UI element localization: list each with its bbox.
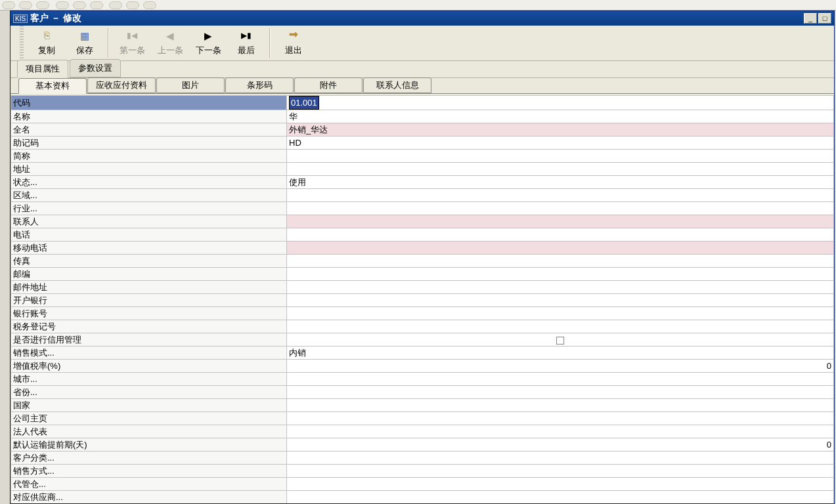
value-depot[interactable] bbox=[287, 478, 834, 491]
value-bankacct[interactable] bbox=[287, 307, 834, 320]
last-record-button[interactable]: 最后 bbox=[227, 26, 265, 60]
title-bar: KIS 客户 － 修改 _ □ bbox=[11, 11, 834, 26]
next-label: 下一条 bbox=[196, 45, 221, 56]
label-code: 代码 bbox=[11, 96, 287, 110]
label-salemode: 销售模式... bbox=[11, 346, 287, 360]
value-custclass[interactable] bbox=[287, 452, 834, 465]
customer-edit-window: KIS 客户 － 修改 _ □ 复制 保存 第一条 上一条 bbox=[10, 10, 835, 504]
row-supplier: 对应供应商... bbox=[11, 491, 834, 504]
credit-checkbox[interactable] bbox=[556, 337, 564, 345]
row-status: 状态... 使用 bbox=[11, 176, 834, 189]
grid-table: 代码 01.001 名称 华 全名 外销_华达 助记码 HD 简称 bbox=[11, 95, 834, 503]
maximize-button[interactable]: □ bbox=[818, 13, 831, 24]
value-country[interactable] bbox=[287, 399, 834, 412]
value-mnemonic[interactable]: HD bbox=[287, 136, 834, 150]
value-region[interactable] bbox=[287, 189, 834, 202]
value-code[interactable]: 01.001 bbox=[287, 96, 834, 110]
label-bankacct: 银行账号 bbox=[11, 307, 287, 320]
app-badge: KIS bbox=[13, 14, 28, 23]
tab-attach[interactable]: 附件 bbox=[294, 77, 363, 93]
tab-properties[interactable]: 项目属性 bbox=[17, 60, 68, 78]
label-phone: 电话 bbox=[11, 228, 287, 242]
row-shortname: 简称 bbox=[11, 150, 834, 163]
sub-tabs: 基本资料 应收应付资料 图片 条形码 附件 联系人信息 bbox=[11, 78, 834, 94]
row-bank: 开户银行 bbox=[11, 294, 834, 307]
label-credit: 是否进行信用管理 bbox=[11, 333, 287, 346]
row-leadtime: 默认运输提前期(天) 0 bbox=[11, 438, 834, 452]
value-vat[interactable]: 0 bbox=[287, 360, 834, 373]
row-name: 名称 华 bbox=[11, 110, 834, 123]
value-salemode[interactable]: 内销 bbox=[287, 346, 834, 360]
copy-button[interactable]: 复制 bbox=[28, 26, 66, 60]
property-grid[interactable]: 代码 01.001 名称 华 全名 外销_华达 助记码 HD 简称 bbox=[11, 95, 834, 503]
row-mobile: 移动电话 bbox=[11, 242, 834, 255]
value-homepage[interactable] bbox=[287, 412, 834, 425]
label-region: 区域... bbox=[11, 189, 287, 202]
label-legal: 法人代表 bbox=[11, 425, 287, 438]
value-contact[interactable] bbox=[287, 215, 834, 228]
row-fax: 传真 bbox=[11, 255, 834, 268]
value-fullname[interactable]: 外销_华达 bbox=[287, 123, 834, 136]
value-address[interactable] bbox=[287, 163, 834, 176]
row-industry: 行业... bbox=[11, 202, 834, 215]
value-shortname[interactable] bbox=[287, 150, 834, 163]
row-zip: 邮编 bbox=[11, 268, 834, 281]
label-leadtime: 默认运输提前期(天) bbox=[11, 438, 287, 452]
row-taxreg: 税务登记号 bbox=[11, 320, 834, 333]
first-record-button: 第一条 bbox=[113, 26, 151, 60]
row-custclass: 客户分类... bbox=[11, 452, 834, 465]
label-shortname: 简称 bbox=[11, 150, 287, 163]
minimize-button[interactable]: _ bbox=[804, 13, 817, 24]
exit-button[interactable]: 退出 bbox=[275, 26, 313, 60]
row-phone: 电话 bbox=[11, 228, 834, 242]
value-legal[interactable] bbox=[287, 425, 834, 438]
value-fax[interactable] bbox=[287, 255, 834, 268]
value-leadtime[interactable]: 0 bbox=[287, 438, 834, 452]
value-bank[interactable] bbox=[287, 294, 834, 307]
value-city[interactable] bbox=[287, 373, 834, 386]
row-province: 省份... bbox=[11, 386, 834, 399]
label-taxreg: 税务登记号 bbox=[11, 320, 287, 333]
tab-contacts[interactable]: 联系人信息 bbox=[363, 77, 431, 93]
prev-label: 上一条 bbox=[158, 45, 183, 56]
value-province[interactable] bbox=[287, 386, 834, 399]
copy-icon bbox=[41, 30, 53, 42]
value-status[interactable]: 使用 bbox=[287, 176, 834, 189]
save-icon bbox=[79, 30, 91, 42]
row-vat: 增值税率(%) 0 bbox=[11, 360, 834, 373]
value-supplier[interactable] bbox=[287, 491, 834, 504]
value-mobile[interactable] bbox=[287, 242, 834, 255]
value-industry[interactable] bbox=[287, 202, 834, 215]
label-bank: 开户银行 bbox=[11, 294, 287, 307]
tab-barcode[interactable]: 条形码 bbox=[225, 77, 294, 93]
value-email[interactable] bbox=[287, 281, 834, 294]
value-credit[interactable] bbox=[287, 333, 834, 346]
row-city: 城市... bbox=[11, 373, 834, 386]
tab-image[interactable]: 图片 bbox=[156, 77, 225, 93]
label-saleway: 销售方式... bbox=[11, 465, 287, 478]
row-bankacct: 银行账号 bbox=[11, 307, 834, 320]
app-root: KIS 客户 － 修改 _ □ 复制 保存 第一条 上一条 bbox=[0, 0, 836, 504]
next-icon bbox=[202, 30, 214, 42]
property-tabs: 项目属性 参数设置 bbox=[11, 61, 834, 78]
value-name[interactable]: 华 bbox=[287, 110, 834, 123]
first-icon bbox=[126, 30, 138, 42]
last-icon bbox=[240, 30, 252, 42]
tab-basic[interactable]: 基本资料 bbox=[18, 78, 87, 94]
value-zip[interactable] bbox=[287, 268, 834, 281]
save-label: 保存 bbox=[76, 45, 93, 56]
label-fax: 传真 bbox=[11, 255, 287, 268]
value-saleway[interactable] bbox=[287, 465, 834, 478]
value-taxreg[interactable] bbox=[287, 320, 834, 333]
copy-label: 复制 bbox=[38, 45, 55, 56]
next-record-button[interactable]: 下一条 bbox=[189, 26, 227, 60]
tab-params[interactable]: 参数设置 bbox=[70, 59, 121, 77]
label-homepage: 公司主页 bbox=[11, 412, 287, 425]
toolbar-separator bbox=[269, 28, 271, 58]
row-country: 国家 bbox=[11, 399, 834, 412]
save-button[interactable]: 保存 bbox=[66, 26, 104, 60]
top-quick-bar bbox=[0, 0, 836, 10]
value-phone[interactable] bbox=[287, 228, 834, 242]
label-country: 国家 bbox=[11, 399, 287, 412]
tab-ar-ap[interactable]: 应收应付资料 bbox=[87, 77, 156, 93]
